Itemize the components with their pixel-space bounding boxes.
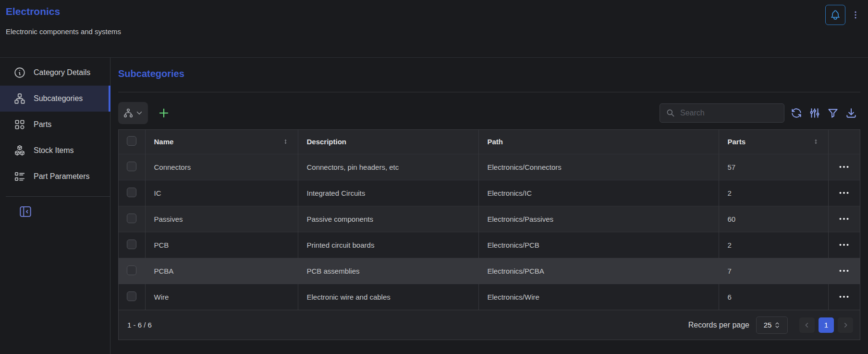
column-label: Path bbox=[488, 138, 503, 146]
row-checkbox[interactable] bbox=[127, 188, 136, 197]
tree-icon bbox=[122, 107, 134, 119]
cell-description: Printed circuit boards bbox=[298, 232, 478, 258]
ellipsis-icon bbox=[838, 291, 850, 303]
next-page-button[interactable] bbox=[838, 317, 853, 333]
table-toolbar bbox=[118, 102, 860, 124]
page-body: Category Details Subcategories bbox=[0, 57, 868, 354]
row-checkbox[interactable] bbox=[127, 291, 136, 301]
adjustments-button[interactable] bbox=[806, 103, 824, 123]
sidebar-item-label: Category Details bbox=[34, 68, 90, 77]
filter-icon bbox=[827, 107, 839, 119]
table-row-pcba[interactable]: PCBA PCB assemblies Electronics/PCBA 7 bbox=[119, 258, 860, 284]
page-header: Electronics Electronic components and sy… bbox=[0, 0, 868, 57]
cell-name: Passives bbox=[145, 206, 298, 232]
row-checkbox[interactable] bbox=[127, 266, 136, 275]
row-actions-button[interactable] bbox=[834, 290, 854, 304]
ellipsis-icon bbox=[838, 213, 850, 225]
table-row-pcb[interactable]: PCB Printed circuit boards Electronics/P… bbox=[119, 232, 860, 258]
row-actions-button[interactable] bbox=[834, 160, 854, 174]
heading-divider bbox=[118, 92, 860, 92]
table-header-row: Name Description bbox=[119, 130, 860, 154]
row-checkbox[interactable] bbox=[127, 162, 136, 171]
cell-path: Electronics/PCBA bbox=[478, 258, 719, 284]
category-grid-icon bbox=[13, 118, 26, 131]
row-checkbox[interactable] bbox=[127, 214, 136, 223]
column-header-actions bbox=[828, 130, 860, 154]
tree-view-button[interactable] bbox=[118, 102, 148, 124]
table-footer: 1 - 6 / 6 Records per page 25 bbox=[119, 310, 860, 340]
records-per-page-value: 25 bbox=[764, 321, 772, 329]
app-root: Electronics Electronic components and sy… bbox=[0, 0, 868, 354]
cell-parts: 2 bbox=[719, 180, 828, 206]
page-1-button[interactable]: 1 bbox=[819, 317, 834, 333]
chevron-right-icon bbox=[842, 321, 849, 329]
sidebar-collapse-icon bbox=[18, 204, 33, 219]
cell-parts: 57 bbox=[719, 154, 828, 180]
cell-path: Electronics/Wire bbox=[478, 284, 719, 310]
column-header-name[interactable]: Name bbox=[145, 130, 298, 154]
table-row-connectors[interactable]: Connectors Connectors, pin headers, etc … bbox=[119, 154, 860, 180]
chevron-down-icon bbox=[135, 109, 144, 117]
column-label: Name bbox=[154, 138, 174, 146]
dots-vertical-icon bbox=[851, 10, 860, 20]
column-label: Parts bbox=[728, 138, 746, 146]
cell-description: Integrated Circuits bbox=[298, 180, 478, 206]
sidebar: Category Details Subcategories bbox=[0, 58, 110, 354]
main-panel: Subcategories bbox=[110, 58, 868, 354]
refresh-icon bbox=[790, 107, 803, 119]
adjustments-icon bbox=[808, 107, 821, 119]
sort-arrows-icon bbox=[812, 138, 819, 145]
search-box bbox=[660, 103, 784, 123]
ellipsis-icon bbox=[838, 187, 850, 199]
add-subcategory-button[interactable] bbox=[156, 105, 172, 121]
sidebar-item-subcategories[interactable]: Subcategories bbox=[0, 86, 110, 112]
collapse-sidebar-button[interactable] bbox=[17, 203, 34, 220]
row-checkbox[interactable] bbox=[127, 240, 136, 249]
table-row-passives[interactable]: Passives Passive components Electronics/… bbox=[119, 206, 860, 232]
records-per-page-select[interactable]: 25 bbox=[756, 316, 788, 334]
cell-description: Electronic wire and cables bbox=[298, 284, 478, 310]
section-heading[interactable]: Subcategories bbox=[118, 68, 860, 79]
cell-parts: 2 bbox=[719, 232, 828, 258]
cell-path: Electronics/Passives bbox=[478, 206, 719, 232]
overflow-menu-button[interactable] bbox=[850, 5, 861, 25]
info-circle-icon bbox=[13, 66, 26, 79]
table-row-ic[interactable]: IC Integrated Circuits Electronics/IC 2 bbox=[119, 180, 860, 206]
plus-icon bbox=[157, 106, 171, 120]
search-input[interactable] bbox=[680, 109, 778, 117]
sidebar-item-part-parameters[interactable]: Part Parameters bbox=[0, 164, 110, 190]
row-actions-button[interactable] bbox=[834, 264, 854, 278]
ellipsis-icon bbox=[838, 161, 850, 173]
notifications-button[interactable] bbox=[825, 5, 845, 25]
cell-path: Electronics/IC bbox=[478, 180, 719, 206]
sidebar-item-category-details[interactable]: Category Details bbox=[0, 60, 110, 86]
sidebar-item-stock-items[interactable]: Stock Items bbox=[0, 138, 110, 164]
row-actions-button[interactable] bbox=[834, 212, 854, 226]
table-row-wire[interactable]: Wire Electronic wire and cables Electron… bbox=[119, 284, 860, 310]
chevron-left-icon bbox=[803, 321, 811, 329]
sidebar-item-parts[interactable]: Parts bbox=[0, 112, 110, 138]
refresh-button[interactable] bbox=[787, 103, 806, 123]
header-actions bbox=[825, 5, 861, 57]
pager: 1 bbox=[799, 317, 853, 333]
download-icon bbox=[845, 107, 857, 119]
page-header-text: Electronics Electronic components and sy… bbox=[6, 5, 121, 57]
sidebar-item-label: Parts bbox=[34, 120, 51, 129]
previous-page-button[interactable] bbox=[799, 317, 815, 333]
select-all-checkbox[interactable] bbox=[127, 136, 136, 146]
record-range: 1 - 6 / 6 bbox=[127, 321, 152, 329]
row-actions-button[interactable] bbox=[834, 186, 854, 200]
search-icon bbox=[666, 108, 675, 118]
packages-icon bbox=[13, 144, 26, 157]
ellipsis-icon bbox=[838, 239, 850, 251]
filter-button[interactable] bbox=[824, 103, 842, 123]
cell-path: Electronics/Connectors bbox=[478, 154, 719, 180]
row-actions-button[interactable] bbox=[834, 238, 854, 252]
cell-parts: 7 bbox=[719, 258, 828, 284]
column-header-path: Path bbox=[478, 130, 719, 154]
column-header-description: Description bbox=[298, 130, 478, 154]
download-button[interactable] bbox=[842, 103, 860, 123]
page-title[interactable]: Electronics bbox=[6, 6, 121, 17]
column-header-parts[interactable]: Parts bbox=[719, 130, 828, 154]
list-details-icon bbox=[13, 170, 26, 183]
